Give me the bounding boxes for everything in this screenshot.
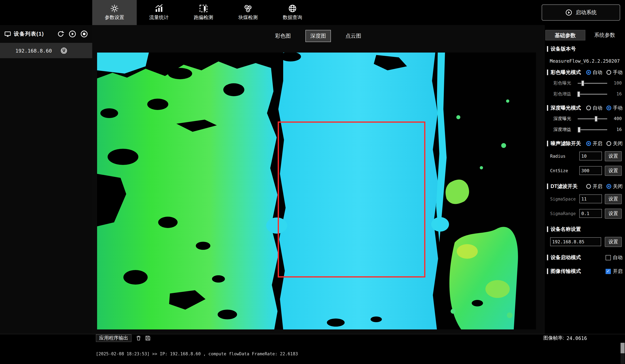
sigmaspace-input[interactable] bbox=[579, 195, 602, 203]
radio-label: 手动 bbox=[613, 105, 623, 111]
dt-filter-on-radio[interactable]: 开启 bbox=[586, 183, 602, 190]
radio-icon bbox=[606, 141, 611, 146]
radio-label: 开启 bbox=[593, 140, 602, 147]
device-sidebar: 设备列表(1) bbox=[0, 25, 92, 334]
section-marker bbox=[547, 255, 548, 260]
cntsize-input[interactable] bbox=[579, 166, 602, 175]
nav-parameter-settings[interactable]: 参数设置 bbox=[92, 0, 137, 25]
section-device-version: 设备版本号 bbox=[544, 44, 625, 54]
tab-color-image[interactable]: 彩色图 bbox=[270, 30, 296, 42]
sigmarange-set-button[interactable]: 设置 bbox=[605, 208, 622, 219]
play-circle-icon bbox=[68, 30, 76, 38]
slider-handle[interactable] bbox=[577, 91, 580, 97]
trash-icon bbox=[135, 335, 142, 341]
section-marker bbox=[547, 268, 548, 274]
radio-icon bbox=[586, 141, 591, 146]
sigmarange-input[interactable] bbox=[579, 209, 602, 218]
deviation-icon bbox=[199, 4, 208, 13]
slider-value: 400 bbox=[610, 116, 622, 121]
nav-lump-coal-detection[interactable]: 块煤检测 bbox=[226, 0, 270, 25]
field-label: CntSize bbox=[550, 168, 577, 173]
log-line: [2025-02-08 18:23:53] >> IP: 192.168.8.6… bbox=[96, 352, 625, 356]
nav-label: 参数设置 bbox=[105, 14, 124, 21]
depth-gain-slider[interactable] bbox=[578, 129, 607, 130]
check-icon: ✓ bbox=[607, 269, 610, 273]
tab-system-params[interactable]: 系统参数 bbox=[585, 30, 624, 40]
gear-icon bbox=[110, 4, 119, 13]
nav-label: 块煤检测 bbox=[238, 14, 258, 21]
section-marker bbox=[547, 105, 548, 111]
output-console: 应用程序输出 图像帧率: 24.0616 [2025-02-08 1 bbox=[0, 334, 625, 364]
noise-filter-on-radio[interactable]: 开启 bbox=[586, 140, 602, 147]
device-power-button[interactable] bbox=[60, 47, 68, 55]
log-scrollbar-thumb[interactable] bbox=[621, 343, 625, 353]
transfer-mode-option: ✓ 开启 bbox=[606, 268, 623, 275]
depth-exposure-slider-row: 深度曝光 400 bbox=[544, 113, 625, 124]
section-title: 噪声滤除开关 bbox=[551, 140, 581, 147]
radio-label: 自动 bbox=[593, 105, 602, 111]
radius-set-button[interactable]: 设置 bbox=[605, 151, 622, 161]
dt-filter-off-radio[interactable]: 关闭 bbox=[606, 183, 623, 190]
slider-handle[interactable] bbox=[581, 80, 584, 86]
radio-icon bbox=[586, 184, 591, 189]
log-scrollbar[interactable] bbox=[621, 343, 625, 364]
sigmaspace-set-button[interactable]: 设置 bbox=[605, 194, 622, 204]
color-gain-slider[interactable] bbox=[578, 94, 607, 94]
depth-exposure-slider[interactable] bbox=[578, 118, 607, 119]
slider-handle[interactable] bbox=[578, 127, 581, 132]
radio-icon bbox=[606, 184, 611, 189]
nav-label: 数据查询 bbox=[283, 14, 302, 21]
depth-exposure-auto-radio[interactable]: 自动 bbox=[586, 105, 602, 111]
chart-icon bbox=[155, 4, 163, 13]
color-exposure-auto-radio[interactable]: 自动 bbox=[586, 69, 602, 76]
play-circle-icon bbox=[565, 9, 572, 16]
depth-map-canvas bbox=[97, 53, 536, 330]
section-title: 设备名称设置 bbox=[551, 226, 581, 233]
start-mode-option: 自动 bbox=[606, 254, 623, 261]
color-exposure-manual-radio[interactable]: 手动 bbox=[606, 69, 623, 76]
stop-all-devices-button[interactable] bbox=[80, 30, 88, 38]
parameter-panel: 基础参数 系统参数 设备版本号 MeasureFlow_V6.2.2.25020… bbox=[544, 25, 625, 334]
field-label: SigmaRange bbox=[550, 211, 577, 216]
slider-handle[interactable] bbox=[595, 116, 598, 121]
radio-icon bbox=[606, 70, 611, 75]
coal-icon bbox=[244, 4, 252, 13]
start-system-button[interactable]: 启动系统 bbox=[542, 4, 620, 21]
refresh-devices-button[interactable] bbox=[57, 30, 65, 38]
monitor-icon bbox=[4, 30, 11, 38]
color-exposure-slider[interactable] bbox=[578, 83, 607, 84]
clear-log-button[interactable] bbox=[135, 335, 142, 341]
nav-data-query[interactable]: 数据查询 bbox=[270, 0, 315, 25]
depth-exposure-manual-radio[interactable]: 手动 bbox=[606, 105, 623, 111]
radio-label: 自动 bbox=[593, 69, 602, 76]
tab-basic-params[interactable]: 基础参数 bbox=[545, 30, 585, 40]
radio-label: 手动 bbox=[613, 69, 623, 76]
cntsize-set-button[interactable]: 设置 bbox=[605, 166, 622, 176]
field-label: SigmaSpace bbox=[550, 196, 577, 201]
device-name-set-button[interactable]: 设置 bbox=[605, 237, 622, 247]
nav-deviation-detection[interactable]: 跑偏检测 bbox=[181, 0, 226, 25]
tab-point-cloud[interactable]: 点云图 bbox=[341, 30, 366, 42]
section-marker bbox=[547, 70, 548, 75]
device-list-title: 设备列表(1) bbox=[14, 30, 44, 38]
radio-label: 关闭 bbox=[613, 140, 623, 147]
section-title: 图像传输模式 bbox=[551, 268, 581, 275]
parameter-panel-tabs: 基础参数 系统参数 bbox=[545, 30, 624, 40]
section-marker bbox=[547, 141, 548, 146]
radius-input[interactable] bbox=[579, 152, 602, 161]
start-mode-checkbox[interactable] bbox=[606, 255, 611, 260]
device-list-item[interactable]: 192.168.8.60 bbox=[0, 43, 92, 58]
radius-field-row: Radius 设置 bbox=[544, 149, 625, 163]
radio-icon bbox=[606, 106, 611, 110]
noise-filter-off-radio[interactable]: 关闭 bbox=[606, 140, 623, 147]
save-log-button[interactable] bbox=[145, 335, 151, 341]
nav-flow-statistics[interactable]: 流量统计 bbox=[137, 0, 181, 25]
slider-label: 深度增益 bbox=[553, 127, 574, 133]
start-all-devices-button[interactable] bbox=[68, 30, 76, 38]
globe-icon bbox=[288, 4, 297, 13]
device-name-input[interactable] bbox=[550, 237, 601, 246]
power-icon bbox=[60, 47, 68, 55]
tab-depth-image[interactable]: 深度图 bbox=[305, 30, 331, 42]
transfer-mode-checkbox[interactable]: ✓ bbox=[606, 269, 611, 274]
section-marker bbox=[547, 184, 548, 189]
